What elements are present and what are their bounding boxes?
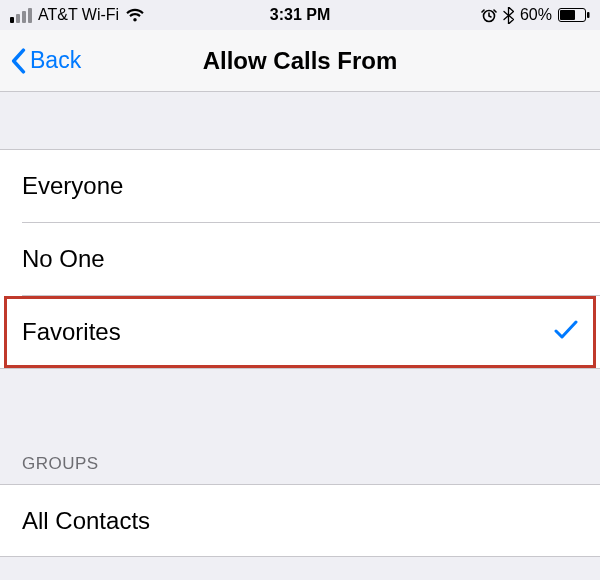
option-no-one[interactable]: No One	[0, 223, 600, 295]
groups-header: GROUPS	[0, 426, 600, 485]
section-spacer	[0, 92, 600, 150]
chevron-left-icon	[10, 48, 26, 74]
status-right: 60%	[481, 6, 590, 24]
groups-list: All Contacts	[0, 485, 600, 557]
wifi-icon	[125, 8, 145, 22]
status-bar: AT&T Wi-Fi 3:31 PM 60%	[0, 0, 600, 30]
nav-bar: Back Allow Calls From	[0, 30, 600, 92]
battery-percent: 60%	[520, 6, 552, 24]
option-everyone[interactable]: Everyone	[0, 150, 600, 222]
cellular-signal-icon	[10, 8, 32, 23]
option-label: No One	[22, 245, 105, 273]
page-title: Allow Calls From	[203, 47, 398, 75]
svg-rect-3	[587, 12, 590, 18]
alarm-icon	[481, 7, 497, 23]
option-all-contacts[interactable]: All Contacts	[0, 485, 600, 557]
carrier-label: AT&T Wi-Fi	[38, 6, 119, 24]
status-left: AT&T Wi-Fi	[10, 6, 145, 24]
option-label: All Contacts	[22, 507, 150, 535]
option-label: Everyone	[22, 172, 123, 200]
battery-icon	[558, 8, 590, 22]
options-list: Everyone No One Favorites	[0, 150, 600, 368]
checkmark-icon	[554, 318, 578, 346]
back-button[interactable]: Back	[10, 47, 81, 74]
back-label: Back	[30, 47, 81, 74]
bluetooth-icon	[503, 7, 514, 24]
option-label: Favorites	[22, 318, 121, 346]
svg-rect-2	[560, 10, 575, 20]
option-favorites[interactable]: Favorites	[0, 296, 600, 368]
section-gap	[0, 368, 600, 426]
status-time: 3:31 PM	[270, 6, 330, 24]
